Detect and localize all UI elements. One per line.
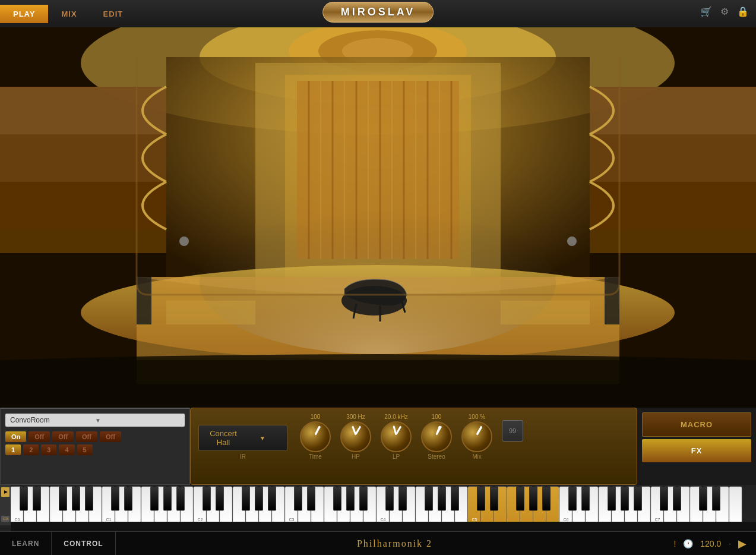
top-nav: PLAY MIX EDIT MIROSLAV 🛒 ⚙ 🔒 [0,0,756,27]
ir-section-label: IR [240,453,246,460]
dash-separator: - [728,539,731,548]
top-icons: 🛒 ⚙ 🔒 [700,6,749,17]
svg-rect-146 [700,487,707,510]
svg-rect-108 [729,487,742,524]
svg-rect-112 [72,487,80,510]
svg-rect-115 [125,487,132,510]
svg-rect-126 [334,487,341,510]
svg-rect-40 [166,301,255,324]
svg-text:C1: C1 [106,518,112,522]
convo-room-dropdown[interactable]: ConvoRoom ▼ [5,414,185,427]
fx-button[interactable]: FX [642,439,751,462]
hp-label: HP [352,453,360,460]
ir-label: Concert Hall [206,429,241,447]
mix-knob[interactable] [461,421,492,452]
svg-rect-132 [438,487,446,510]
svg-rect-136 [517,487,524,510]
convo-room-label: ConvoRoom [10,416,95,424]
warning-icon[interactable]: ! [673,539,676,548]
stereo-value: 100 [432,414,442,420]
mix-value: 100 % [469,414,485,420]
toggle-row: On Off Off Off Off [5,431,185,442]
lock-icon[interactable]: 🔒 [737,6,749,17]
concert-hall-image [0,27,756,408]
time-value: 100 [311,414,321,420]
toggle-on-btn[interactable]: On [5,431,26,442]
tab-edit[interactable]: EDIT [90,5,137,23]
svg-text:C7: C7 [655,518,660,522]
bypass-button[interactable]: 99 [502,420,523,442]
svg-rect-117 [164,487,172,510]
svg-point-44 [567,236,577,246]
num-btn-4[interactable]: 4 [59,444,74,455]
svg-text:C2: C2 [198,518,203,522]
svg-rect-119 [203,487,211,510]
svg-rect-120 [216,487,224,510]
logo-center: MIROSLAV [322,2,434,23]
clock-icon[interactable]: 🕐 [683,539,693,548]
svg-rect-122 [255,487,263,510]
hp-knob[interactable] [340,421,371,452]
svg-text:C4: C4 [381,518,386,522]
svg-rect-134 [477,487,485,510]
tempo-display: 120.0 [700,539,721,548]
mix-knob-group: 100 % Mix [461,414,492,460]
cart-icon[interactable]: 🛒 [700,6,712,17]
svg-rect-129 [386,487,394,510]
svg-text:C0: C0 [15,518,20,522]
stereo-label: Stereo [428,453,445,460]
svg-rect-109 [20,487,28,510]
num-btn-1[interactable]: 1 [5,444,21,455]
svg-rect-141 [608,487,616,510]
control-button[interactable]: CONTROL [52,532,115,555]
toggle-off-btn-3[interactable]: Off [76,431,97,442]
convo-arrow-icon: ▼ [95,417,180,424]
svg-rect-127 [347,487,355,510]
ir-dropdown[interactable]: Concert Hall ▼ [198,425,287,451]
svg-rect-124 [295,487,302,510]
play-button[interactable]: ▶ [738,537,746,550]
lp-value: 20.0 kHz [384,414,407,420]
svg-rect-123 [268,487,276,510]
num-btn-3[interactable]: 3 [41,444,56,455]
time-knob[interactable] [300,421,331,452]
svg-rect-114 [112,487,119,510]
app-title: Philharmonik 2 [116,538,674,549]
tab-mix[interactable]: MIX [48,5,90,23]
svg-rect-138 [543,487,551,510]
svg-text:C6: C6 [564,518,569,522]
svg-rect-147 [713,487,720,510]
svg-rect-144 [660,487,668,510]
svg-rect-113 [86,487,93,510]
time-label: Time [309,453,322,460]
num-btn-5[interactable]: 5 [77,444,93,455]
stereo-knob-group: 100 Stereo [421,414,452,460]
mix-label: Mix [472,453,482,460]
lp-knob[interactable] [381,421,412,452]
toggle-off-btn-1[interactable]: Off [29,431,50,442]
svg-rect-121 [242,487,250,510]
svg-rect-110 [33,487,41,510]
svg-rect-145 [673,487,681,510]
svg-rect-125 [308,487,315,510]
svg-point-43 [179,236,189,246]
tab-play[interactable]: PLAY [0,5,48,23]
toggle-off-btn-4[interactable]: Off [100,431,121,442]
gear-icon[interactable]: ⚙ [720,6,729,17]
svg-rect-133 [451,487,459,510]
time-knob-group: 100 Time [300,414,331,460]
svg-text:C5: C5 [472,518,477,522]
lp-label: LP [393,453,400,460]
stereo-knob[interactable] [421,421,452,452]
macro-button[interactable]: MACRO [642,412,751,437]
hp-knob-group: 300 Hz HP [340,414,371,460]
svg-rect-137 [530,487,537,510]
toggle-off-btn-2[interactable]: Off [52,431,74,442]
svg-text:C3: C3 [289,518,295,522]
svg-rect-135 [491,487,498,510]
svg-rect-140 [582,487,590,510]
learn-button[interactable]: LEARN [0,532,52,555]
num-btn-2[interactable]: 2 [23,444,39,455]
svg-rect-39 [605,277,619,324]
number-row: 1 2 3 4 5 [5,444,185,455]
